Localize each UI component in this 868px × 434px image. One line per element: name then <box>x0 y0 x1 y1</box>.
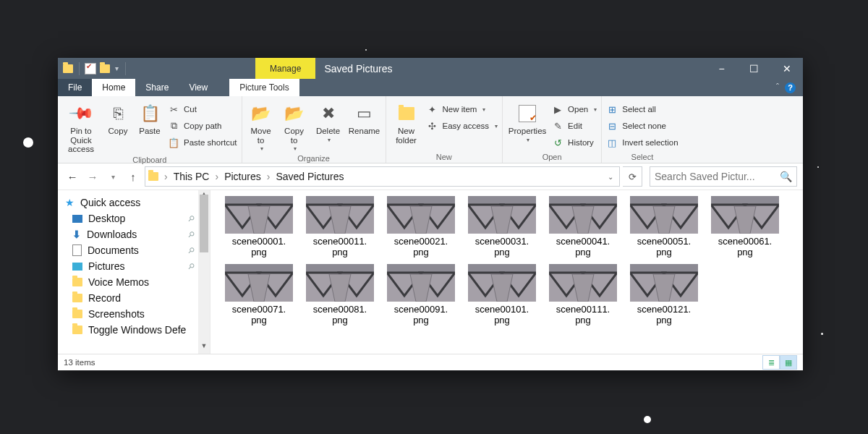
chevron-right-icon[interactable]: › <box>163 171 169 182</box>
file-item[interactable]: scene00041.png <box>549 196 617 258</box>
ribbon-tabs: File Home Share View Picture Tools ˆ ? <box>58 79 803 96</box>
nav-item-pictures[interactable]: Pictures⚲ <box>58 258 210 274</box>
nav-item-label: Record <box>88 292 121 304</box>
file-name: scene00071.png <box>225 305 293 326</box>
easy-access-icon: ✣ <box>427 120 438 132</box>
file-item[interactable]: scene00081.png <box>306 264 374 326</box>
breadcrumb-this-pc[interactable]: This PC <box>171 171 213 182</box>
file-item[interactable]: scene00001.png <box>225 196 293 258</box>
nav-item-screenshots[interactable]: Screenshots <box>58 306 210 322</box>
file-item[interactable]: scene00061.png <box>711 196 779 258</box>
properties-qat-icon[interactable] <box>85 63 96 75</box>
tab-file[interactable]: File <box>58 79 92 96</box>
up-button[interactable]: ↑ <box>124 168 142 185</box>
file-item[interactable]: scene00031.png <box>468 196 536 258</box>
group-label: Clipboard <box>62 154 237 166</box>
close-button[interactable]: ✕ <box>770 58 803 79</box>
contextual-tab-manage[interactable]: Manage <box>255 58 315 79</box>
refresh-button[interactable]: ⟳ <box>623 166 642 187</box>
file-item[interactable]: scene00101.png <box>468 264 536 326</box>
nav-item-label: Screenshots <box>88 308 145 320</box>
address-history-dropdown[interactable]: ⌄ <box>605 173 616 181</box>
pin-icon: ⚲ <box>186 213 197 224</box>
thumbnails-view-button[interactable]: ▦ <box>780 355 797 370</box>
new-folder-button[interactable]: New folder <box>391 101 422 145</box>
file-thumbnail <box>387 264 455 302</box>
file-item[interactable]: scene00111.png <box>549 264 617 326</box>
nav-item-documents[interactable]: Documents⚲ <box>58 242 210 258</box>
tab-view[interactable]: View <box>179 79 218 96</box>
breadcrumb-saved-pictures[interactable]: Saved Pictures <box>273 171 346 182</box>
nav-item-label: Downloads <box>87 229 137 240</box>
nav-item-record[interactable]: Record <box>58 290 210 306</box>
cut-button[interactable]: ✂Cut <box>168 102 237 116</box>
file-thumbnail <box>549 196 617 234</box>
nav-item-toggle-windows-defe[interactable]: Toggle Windows Defe <box>58 322 210 338</box>
copy-to-button[interactable]: 📂 Copy to▾ <box>280 101 309 153</box>
file-item[interactable]: scene00021.png <box>387 196 455 258</box>
nav-item-voice-memos[interactable]: Voice Memos <box>58 274 210 290</box>
ribbon: 📌 Pin to Quick access ⎘ Copy 📋 Paste ✂Cu… <box>58 96 803 163</box>
file-thumbnail <box>306 196 374 234</box>
pin-to-quick-access-button[interactable]: 📌 Pin to Quick access <box>62 101 100 154</box>
bg-dot <box>644 416 651 423</box>
nav-item-downloads[interactable]: ⬇Downloads⚲ <box>58 226 210 242</box>
minimize-button[interactable]: − <box>705 58 738 79</box>
file-item[interactable]: scene00011.png <box>306 196 374 258</box>
breadcrumb-pictures[interactable]: Pictures <box>221 171 264 182</box>
status-item-count: 13 items <box>64 358 95 367</box>
easy-access-button[interactable]: ✣Easy access▾ <box>427 119 498 133</box>
tab-home[interactable]: Home <box>92 79 135 96</box>
maximize-button[interactable]: ☐ <box>738 58 770 79</box>
edit-button[interactable]: ✎Edit <box>552 119 597 133</box>
paste-button[interactable]: 📋 Paste <box>136 101 163 136</box>
file-item[interactable]: scene00051.png <box>630 196 698 258</box>
forward-button[interactable]: → <box>84 168 101 185</box>
file-item[interactable]: scene00091.png <box>387 264 455 326</box>
tab-picture-tools[interactable]: Picture Tools <box>229 79 299 96</box>
ribbon-group-clipboard: 📌 Pin to Quick access ⎘ Copy 📋 Paste ✂Cu… <box>58 96 242 163</box>
help-icon[interactable]: ? <box>785 82 796 93</box>
copy-button[interactable]: ⎘ Copy <box>104 101 132 136</box>
nav-item-label: Voice Memos <box>88 276 149 288</box>
file-name: scene00041.png <box>549 237 617 258</box>
collapse-ribbon-icon[interactable]: ˆ <box>776 82 779 93</box>
navpane-scrollbar[interactable]: ▲ ▼ <box>198 190 210 354</box>
rename-button[interactable]: ▭ Rename <box>348 101 381 136</box>
chevron-right-icon[interactable]: › <box>213 171 220 182</box>
copy-to-icon: 📂 <box>284 102 304 125</box>
back-button[interactable]: ← <box>64 168 81 185</box>
open-button[interactable]: ▶Open▾ <box>552 102 597 116</box>
file-item[interactable]: scene00121.png <box>630 264 698 326</box>
new-item-button[interactable]: ✦New item▾ <box>427 102 498 116</box>
copy-path-button[interactable]: ⧉Copy path <box>168 119 237 133</box>
select-none-button[interactable]: ⊟Select none <box>606 119 678 133</box>
paste-shortcut-button[interactable]: 📋Paste shortcut <box>168 135 237 150</box>
chevron-right-icon[interactable]: › <box>265 171 272 182</box>
tab-share[interactable]: Share <box>135 79 179 96</box>
file-name: scene00091.png <box>387 305 455 326</box>
file-item[interactable]: scene00071.png <box>225 264 293 326</box>
nav-quick-access[interactable]: ★ Quick access <box>58 195 210 210</box>
recent-locations-button[interactable]: ▾ <box>104 168 122 185</box>
qat-dropdown-icon[interactable]: ▾ <box>114 64 120 72</box>
search-input[interactable]: Search Saved Pictur... 🔍 <box>650 166 797 187</box>
select-all-button[interactable]: ⊞Select all <box>606 102 678 116</box>
invert-selection-button[interactable]: ◫Invert selection <box>606 135 678 150</box>
move-to-button[interactable]: 📂 Move to▾ <box>247 101 276 153</box>
delete-button[interactable]: ✖ Delete▾ <box>313 101 344 143</box>
group-label: Select <box>606 151 678 163</box>
group-label: Open <box>507 151 597 163</box>
nav-item-desktop[interactable]: Desktop⚲ <box>58 210 210 226</box>
properties-button[interactable]: Properties▾ <box>507 101 548 143</box>
scrollbar-thumb[interactable] <box>200 195 208 252</box>
details-view-button[interactable]: ≣ <box>762 355 780 370</box>
scroll-down-icon[interactable]: ▼ <box>198 342 210 354</box>
address-bar[interactable]: › This PC › Pictures › Saved Pictures ⌄ <box>145 166 620 187</box>
history-button[interactable]: ↺History <box>552 135 597 150</box>
bg-dot <box>817 166 819 168</box>
copy-path-icon: ⧉ <box>168 120 179 132</box>
file-thumbnail <box>630 264 698 302</box>
folder-qat-icon[interactable] <box>99 63 111 75</box>
file-thumbnail <box>387 196 455 234</box>
